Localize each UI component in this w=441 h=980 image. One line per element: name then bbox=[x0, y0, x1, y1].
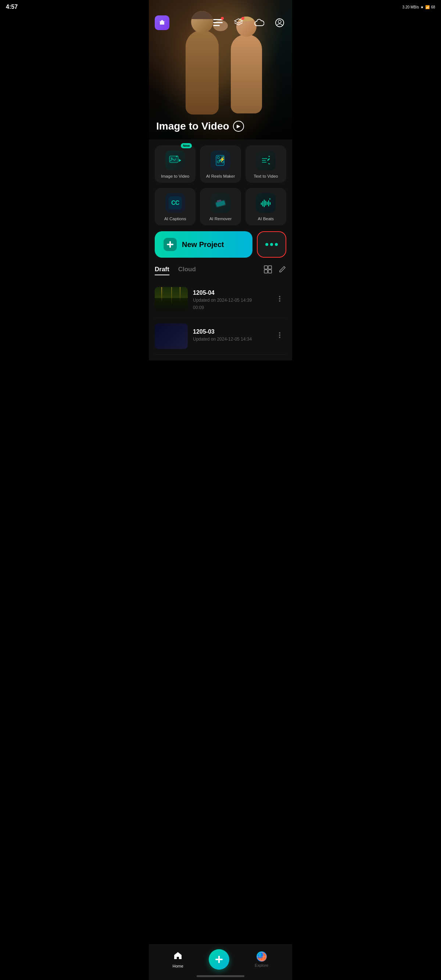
menu-notification-dot bbox=[221, 17, 224, 20]
ai-beats-label: AI Beats bbox=[258, 216, 274, 221]
draft-more-2[interactable] bbox=[273, 328, 286, 344]
feature-card-image-to-video[interactable]: New ✦ ✦ Image to Video bbox=[155, 145, 195, 183]
edit-icon[interactable] bbox=[278, 266, 286, 276]
svg-text:✦: ✦ bbox=[268, 197, 271, 201]
draft-item-1[interactable]: 1205-04 Updated on 2024-12-05 14:39 00:0… bbox=[155, 282, 286, 318]
draft-name-2: 1205-03 bbox=[193, 328, 268, 335]
cc-text: CC bbox=[171, 200, 179, 206]
cloud-icon-btn[interactable] bbox=[252, 16, 266, 29]
thumb-bg-1 bbox=[155, 287, 188, 313]
ai-reels-icon-wrap: ⚡ bbox=[211, 151, 230, 170]
hero-nav-icons bbox=[211, 16, 286, 29]
app-logo[interactable] bbox=[155, 16, 169, 30]
hero-header bbox=[149, 16, 292, 30]
thumb-bg-2 bbox=[155, 323, 188, 349]
dot-2 bbox=[270, 243, 273, 246]
tab-cloud[interactable]: Cloud bbox=[178, 266, 196, 275]
ai-remover-icon-wrap bbox=[211, 193, 230, 213]
menu-icon-btn[interactable] bbox=[211, 16, 225, 29]
play-button[interactable]: ▶ bbox=[233, 121, 244, 132]
draft-item-2[interactable]: 1205-03 Updated on 2024-12-05 14:34 bbox=[155, 318, 286, 355]
hero-title-text: Image to Video bbox=[156, 120, 229, 132]
feature-card-ai-captions[interactable]: CC AI Captions bbox=[155, 188, 195, 225]
svg-rect-38 bbox=[264, 266, 268, 269]
layer-icon-btn[interactable] bbox=[232, 16, 245, 29]
svg-point-43 bbox=[279, 298, 280, 299]
light-2 bbox=[171, 287, 172, 305]
svg-point-47 bbox=[279, 337, 280, 338]
draft-info-1: 1205-04 Updated on 2024-12-05 14:39 00:0… bbox=[193, 290, 268, 310]
light-3 bbox=[180, 287, 181, 301]
more-vertical-icon-2 bbox=[276, 331, 283, 339]
draft-info-2: 1205-03 Updated on 2024-12-05 14:34 bbox=[193, 328, 268, 344]
hero-title[interactable]: Image to Video ▶ bbox=[156, 120, 244, 132]
draft-duration-1: 00:09 bbox=[193, 305, 268, 310]
play-icon: ▶ bbox=[236, 124, 240, 129]
svg-rect-1 bbox=[213, 22, 223, 23]
svg-rect-40 bbox=[264, 270, 268, 273]
hero-text[interactable]: Image to Video ▶ bbox=[156, 120, 244, 132]
cloud-icon bbox=[254, 19, 264, 27]
feature-card-ai-remover[interactable]: AI Remover bbox=[200, 188, 241, 225]
main-content: New ✦ ✦ Image to Video bbox=[149, 140, 292, 360]
more-options-button[interactable] bbox=[257, 231, 286, 258]
more-dots-icon bbox=[265, 243, 278, 246]
cc-display: CC bbox=[169, 196, 182, 210]
light-1 bbox=[161, 287, 162, 302]
more-vertical-icon-1 bbox=[276, 295, 283, 302]
tabs-right bbox=[264, 265, 286, 276]
ai-reels-label: AI Reels Maker bbox=[206, 174, 235, 178]
new-project-plus-icon bbox=[163, 238, 177, 251]
svg-text:✦: ✦ bbox=[268, 155, 270, 158]
tab-draft[interactable]: Draft bbox=[155, 266, 169, 275]
grid-icon-svg bbox=[264, 265, 272, 274]
text-to-video-label: Text to Video bbox=[254, 174, 278, 178]
new-project-label: New Project bbox=[182, 240, 224, 249]
status-bar: 4:57 3.20 MB/s ★ 📶 68 bbox=[149, 0, 292, 13]
new-badge: New bbox=[181, 143, 192, 148]
ai-remover-icon bbox=[214, 196, 227, 210]
dot-1 bbox=[265, 243, 268, 246]
svg-point-46 bbox=[279, 334, 280, 336]
feature-grid-row2: CC AI Captions AI Remover bbox=[155, 188, 286, 225]
svg-marker-3 bbox=[235, 19, 243, 23]
draft-list: 1205-04 Updated on 2024-12-05 14:39 00:0… bbox=[155, 282, 286, 355]
feature-grid-row1: New ✦ ✦ Image to Video bbox=[155, 145, 286, 183]
edit-icon-svg bbox=[278, 266, 286, 274]
layer-notification-dot bbox=[241, 17, 244, 20]
svg-rect-37 bbox=[167, 244, 173, 245]
draft-more-1[interactable] bbox=[273, 292, 286, 307]
feature-card-text-to-video[interactable]: ✦ Text to Video bbox=[246, 145, 286, 183]
action-row: New Project bbox=[155, 231, 286, 258]
svg-rect-41 bbox=[268, 270, 272, 273]
tabs-left: Draft Cloud bbox=[155, 266, 196, 275]
svg-point-8 bbox=[171, 158, 173, 159]
svg-text:✦: ✦ bbox=[177, 155, 178, 157]
text-to-video-icon: ✦ bbox=[259, 154, 272, 167]
image-to-video-icon: ✦ ✦ bbox=[169, 154, 182, 167]
dot-3 bbox=[275, 243, 278, 246]
crowd bbox=[155, 304, 188, 313]
svg-point-45 bbox=[279, 332, 280, 334]
svg-text:⚡: ⚡ bbox=[219, 156, 226, 162]
draft-date-2: Updated on 2024-12-05 14:34 bbox=[193, 337, 268, 342]
ai-beats-icon-wrap: ✦ bbox=[256, 193, 276, 213]
svg-point-44 bbox=[279, 300, 280, 302]
svg-rect-39 bbox=[268, 266, 272, 269]
body-right bbox=[231, 35, 262, 113]
plus-icon bbox=[166, 240, 174, 248]
draft-date-1: Updated on 2024-12-05 14:39 bbox=[193, 298, 268, 303]
image-to-video-icon-wrap: ✦ ✦ bbox=[165, 151, 185, 170]
text-to-video-icon-wrap: ✦ bbox=[256, 151, 276, 170]
ai-remover-label: AI Remover bbox=[209, 216, 232, 221]
menu-lines-icon bbox=[213, 19, 223, 26]
new-project-button[interactable]: New Project bbox=[155, 231, 252, 258]
profile-icon bbox=[275, 18, 284, 27]
grid-view-icon[interactable] bbox=[264, 265, 272, 276]
feature-card-ai-beats[interactable]: ✦ AI Beats bbox=[246, 188, 286, 225]
ai-captions-label: AI Captions bbox=[164, 216, 186, 221]
crown-icon bbox=[158, 19, 166, 27]
feature-card-ai-reels[interactable]: ⚡ AI Reels Maker bbox=[200, 145, 241, 183]
profile-icon-btn[interactable] bbox=[273, 16, 286, 29]
svg-marker-7 bbox=[179, 159, 181, 162]
